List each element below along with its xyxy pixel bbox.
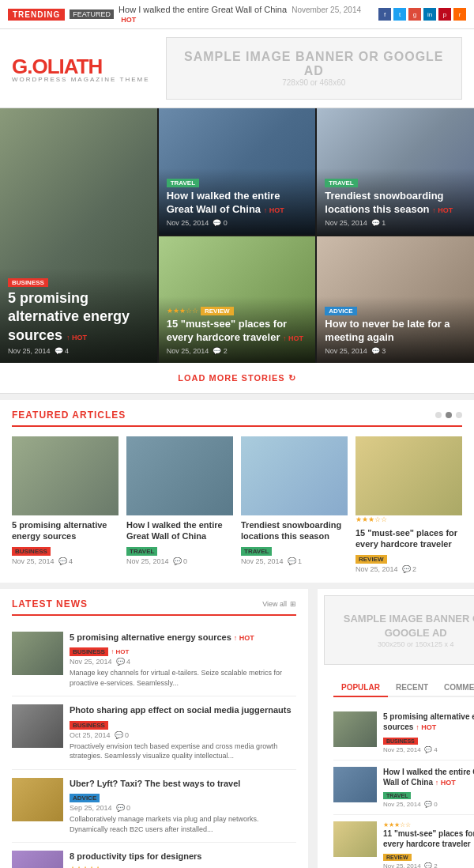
pop-content-0: 5 promising alternative energy sources ↑… — [383, 711, 474, 753]
trending-bar: TRENDING FEATURED How I walked the entir… — [0, 0, 474, 29]
dot-2[interactable] — [446, 412, 452, 418]
googleplus-icon[interactable]: g — [408, 8, 421, 21]
featured-title: FEATURED ARTICLES — [12, 409, 126, 421]
pop-tag-2: REVIEW — [383, 854, 412, 861]
view-all[interactable]: View all ⊞ — [262, 600, 296, 608]
news-tag-0: BUSINESS — [70, 647, 108, 656]
linkedin-icon[interactable]: in — [423, 8, 436, 21]
pop-meta-2: Nov 25, 2014 💬 2 — [383, 862, 474, 868]
site-tagline: WORDPRESS MAGAZINE THEME — [12, 76, 150, 83]
featured-card-3[interactable]: ★★★☆☆ 15 "must-see" places for every har… — [356, 436, 462, 573]
hero-tag-0: BUSINESS — [8, 278, 48, 287]
pop-item-0[interactable]: 5 promising alternative energy sources ↑… — [333, 705, 474, 760]
news-item-0[interactable]: 5 promising alternative energy sources ↑… — [12, 624, 296, 697]
hero-overlay-2: TRAVEL Trendiest snowboarding locations … — [317, 168, 474, 235]
header-ad-dims: 728x90 or 468x60 — [179, 78, 450, 87]
trending-featured-label: FEATURED — [70, 9, 114, 19]
hero-item-1[interactable]: TRAVEL How I walked the entire Great Wal… — [159, 108, 316, 235]
featured-grid: 5 promising alternative energy sources B… — [12, 436, 462, 573]
hero-item-0[interactable]: BUSINESS 5 promising alternative energy … — [0, 108, 157, 363]
pop-meta-0: Nov 25, 2014 💬 4 — [383, 746, 474, 753]
featured-card-tag-0: BUSINESS — [12, 547, 51, 556]
load-more-button[interactable]: LOAD MORE STORIES — [178, 373, 295, 383]
twitter-icon[interactable]: t — [393, 8, 406, 21]
hero-section: BUSINESS 5 promising alternative energy … — [0, 108, 474, 363]
facebook-icon[interactable]: f — [378, 8, 391, 21]
news-desc-1: Proactively envision tech based expertis… — [70, 742, 296, 761]
news-tag-1: BUSINESS — [70, 721, 108, 730]
pop-title-1: How I walked the entire Great Wall of Ch… — [383, 767, 474, 788]
news-meta-0: Nov 25, 2014 💬 4 — [70, 658, 296, 666]
latest-news-title: LATEST NEWS — [12, 598, 88, 609]
tab-recent[interactable]: Recent — [388, 679, 436, 696]
pop-stars-2: ★★★☆☆ — [383, 821, 474, 828]
hero-overlay-1: TRAVEL How I walked the entire Great Wal… — [159, 168, 316, 235]
pop-thumb-1 — [333, 767, 377, 802]
news-title-0: 5 promising alternative energy sources ↑… — [70, 632, 296, 643]
tab-comments[interactable]: Comments — [436, 679, 474, 696]
hero-stars-3: ★★★☆☆ — [167, 307, 198, 315]
featured-card-0[interactable]: 5 promising alternative energy sources B… — [12, 436, 118, 573]
pop-tag-1: TRAVEL — [383, 792, 411, 799]
hero-title-3: 15 "must-see" places for every hardcore … — [167, 318, 308, 345]
pinterest-icon[interactable]: p — [438, 8, 451, 21]
grid-icon: ⊞ — [290, 600, 296, 608]
tabs-section: Popular Recent Comments 5 promising alte… — [324, 671, 474, 868]
news-item-1[interactable]: Photo sharing app effect on social media… — [12, 696, 296, 769]
hero-item-4[interactable]: ADVICE How to never be late for a meetin… — [317, 236, 474, 363]
hero-item-2[interactable]: TRAVEL Trendiest snowboarding locations … — [317, 108, 474, 235]
right-ad-banner[interactable]: SAMPLE IMAGE BANNER OR GOOGLE AD 300x250… — [324, 595, 474, 665]
pop-tag-0: BUSINESS — [383, 738, 418, 745]
dot-3[interactable] — [456, 412, 462, 418]
featured-card-title-3: 15 "must-see" places for every hardcore … — [356, 527, 462, 550]
featured-card-meta-2: Nov 25, 2014 💬 1 — [241, 557, 348, 565]
featured-card-meta-3: Nov 25, 2014 💬 2 — [356, 565, 462, 573]
news-stars-3: ★★★★★ — [70, 865, 296, 868]
news-tag-2: ADVICE — [70, 794, 100, 802]
news-item-2[interactable]: Uber? Lyft? Taxi? The best ways to trave… — [12, 770, 296, 843]
news-list: 5 promising alternative energy sources ↑… — [12, 624, 296, 868]
news-content-1: Photo sharing app effect on social media… — [70, 704, 296, 760]
dot-1[interactable] — [435, 412, 442, 418]
featured-card-1[interactable]: How I walked the entire Great Wall of Ch… — [126, 436, 233, 573]
featured-img-0 — [12, 436, 118, 515]
hero-meta-4: Nov 25, 2014 💬 3 — [325, 347, 466, 355]
pop-item-1[interactable]: How I walked the entire Great Wall of Ch… — [333, 760, 474, 816]
featured-card-title-1: How I walked the entire Great Wall of Ch… — [126, 519, 233, 542]
news-thumb-2 — [12, 778, 63, 821]
hero-title-2: Trendiest snowboarding locations this se… — [325, 190, 466, 217]
hero-overlay-3: ★★★☆☆ REVIEW 15 "must-see" places for ev… — [159, 296, 316, 363]
tab-popular[interactable]: Popular — [333, 679, 388, 697]
featured-img-2 — [241, 436, 348, 515]
hero-overlay-0: BUSINESS 5 promising alternative energy … — [0, 268, 157, 363]
hero-meta-1: Nov 25, 2014 💬 0 — [167, 219, 308, 227]
featured-stars-3: ★★★☆☆ — [356, 515, 462, 523]
rss-icon[interactable]: r — [453, 8, 466, 21]
tabs-header: Popular Recent Comments — [333, 679, 474, 697]
header-ad-banner[interactable]: SAMPLE IMAGE BANNER OR GOOGLE AD 728x90 … — [166, 37, 462, 100]
hero-item-3[interactable]: ★★★☆☆ REVIEW 15 "must-see" places for ev… — [159, 236, 316, 363]
hero-tag-4: ADVICE — [325, 307, 356, 315]
hero-grid: BUSINESS 5 promising alternative energy … — [0, 108, 474, 363]
news-desc-2: Collaboratively manage markets via plug … — [70, 814, 296, 834]
featured-card-meta-1: Nov 25, 2014 💬 0 — [126, 557, 233, 565]
load-more-section: LOAD MORE STORIES — [0, 363, 474, 394]
news-item-3[interactable]: 8 productivity tips for designers ★★★★★ … — [12, 843, 296, 868]
news-hot-0: ↑ HOT — [111, 648, 129, 655]
news-desc-0: Manage key channels for virtual e-tailer… — [70, 668, 296, 688]
trending-label: TRENDING — [8, 9, 65, 21]
featured-img-3 — [356, 436, 462, 515]
logo-container: G.OLIATH WORDPRESS MAGAZINE THEME — [12, 55, 150, 83]
pop-title-2: 11 "must-see" places for every hardcore … — [383, 828, 474, 849]
hero-title-1: How I walked the entire Great Wall of Ch… — [167, 190, 308, 217]
news-thumb-0 — [12, 632, 63, 675]
featured-card-2[interactable]: Trendiest snowboarding locations this se… — [241, 436, 348, 573]
pop-item-2[interactable]: ★★★☆☆ 11 "must-see" places for every har… — [333, 815, 474, 868]
hero-meta-3: Nov 25, 2014 💬 2 — [167, 347, 308, 355]
news-meta-2: Sep 25, 2014 💬 0 — [70, 804, 296, 812]
trending-text: How I walked the entire Great Wall of Ch… — [118, 5, 378, 24]
hero-tag-3: REVIEW — [201, 307, 234, 315]
hero-tag-2: TRAVEL — [325, 179, 357, 187]
two-col-layout: LATEST NEWS View all ⊞ 5 promising alter… — [0, 583, 474, 868]
pop-content-2: ★★★☆☆ 11 "must-see" places for every har… — [383, 821, 474, 868]
